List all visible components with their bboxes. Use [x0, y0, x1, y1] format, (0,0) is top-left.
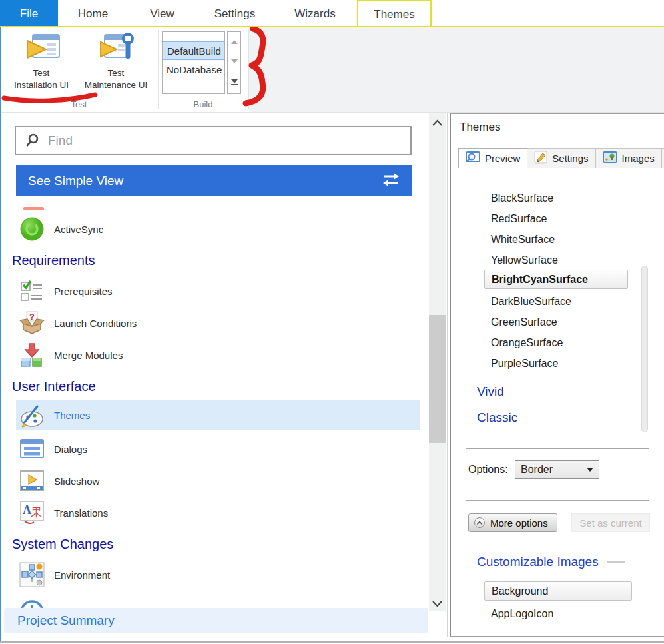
tab-settings[interactable]: Settings — [196, 0, 273, 27]
tab-themes[interactable]: Themes — [357, 0, 432, 27]
options-label: Options: — [468, 460, 508, 479]
theme-option-orangesurface[interactable]: OrangeSurface — [491, 333, 563, 353]
tree-item-environment[interactable]: Environment — [1, 559, 420, 591]
project-tree-panel: See Simple View ActiveSync — [1, 113, 428, 639]
tree-item-label: Translations — [54, 507, 108, 519]
window-bottom-edge — [0, 641, 664, 643]
pencil-icon — [534, 151, 547, 166]
options-dropdown-value: Border — [521, 464, 553, 476]
search-icon — [24, 132, 41, 149]
title-divider — [451, 141, 664, 141]
customizable-images-title: Customizable Images — [477, 555, 599, 569]
tab-label: Preview — [485, 153, 520, 164]
theme-option-redsurface[interactable]: RedSurface — [491, 209, 547, 229]
chevron-up-icon — [474, 517, 485, 528]
tab-label: Images — [622, 153, 655, 164]
theme-option-greensurface[interactable]: GreenSurface — [491, 312, 557, 332]
theme-option-blacksurface[interactable]: BlackSurface — [491, 188, 553, 208]
find-input[interactable] — [48, 133, 410, 148]
banner-label: See Simple View — [28, 174, 123, 188]
button-label-line1: Test — [108, 67, 125, 79]
customizable-image-applogoicon[interactable]: AppLogoIcon — [491, 607, 553, 621]
theme-option-darkbluesurface[interactable]: DarkBlueSurface — [491, 292, 571, 312]
tree-item-label: ActiveSync — [54, 224, 103, 235]
left-blue-border — [0, 27, 1, 641]
scroll-up-icon[interactable] — [432, 117, 443, 129]
options-dropdown[interactable]: Border — [515, 460, 599, 479]
test-maintenance-ui-button[interactable]: Test Maintenance UI — [77, 33, 155, 91]
tree-item-launch-conditions[interactable]: ? Launch Conditions — [1, 307, 420, 339]
set-as-current-button[interactable]: Set as current — [571, 513, 650, 532]
preview-icon — [466, 151, 480, 165]
spin-down-icon[interactable] — [231, 59, 238, 63]
dialogs-icon — [19, 435, 45, 463]
tab-label: Settings — [552, 153, 588, 164]
ribbon-tab-bar: File Home View Settings Wizards Themes — [0, 0, 664, 27]
prerequisites-icon — [19, 277, 45, 305]
theme-option-brightcyansurface[interactable]: BrightCyanSurface — [484, 270, 628, 289]
header-dash — [607, 561, 625, 563]
build-item-nodatabase[interactable]: NoDatabase — [163, 60, 224, 79]
customizable-images-header: Customizable Images — [477, 553, 625, 571]
tab-preview[interactable]: Preview — [458, 148, 527, 168]
see-simple-view-banner[interactable]: See Simple View — [16, 165, 412, 196]
theme-group-classic[interactable]: Classic — [477, 408, 517, 428]
svg-text:果: 果 — [31, 506, 42, 519]
image-icon — [603, 151, 617, 165]
test-installation-ui-icon — [22, 33, 61, 67]
tree-item-translations[interactable]: A 果 Translations — [1, 497, 420, 529]
tree-header-system-changes: System Changes — [12, 534, 113, 554]
application-window: File Home View Settings Wizards Themes T — [0, 0, 664, 644]
tab-view[interactable]: View — [128, 0, 196, 27]
slideshow-icon — [19, 467, 45, 495]
tree-scrollbar-thumb[interactable] — [429, 315, 446, 443]
more-options-button[interactable]: More options — [468, 513, 557, 532]
themes-tab-bar: Preview Settings — [458, 148, 664, 168]
svg-text:?: ? — [29, 312, 35, 322]
tree-item-dialogs[interactable]: Dialogs — [1, 433, 420, 465]
find-box[interactable] — [15, 126, 412, 155]
tree-scrollbar[interactable] — [429, 113, 446, 611]
tree-item-slideshow[interactable]: Slideshow — [1, 465, 420, 497]
test-group-label: Test — [0, 99, 158, 109]
environment-icon — [19, 561, 45, 589]
tab-home[interactable]: Home — [58, 0, 128, 27]
tree-item-label: Prerequisites — [54, 286, 113, 297]
panel-title: Themes — [460, 121, 500, 134]
tab-images[interactable]: Images — [596, 148, 662, 168]
theme-group-vivid[interactable]: Vivid — [477, 382, 504, 402]
project-summary-label: Project Summary — [17, 613, 115, 628]
button-label-line1: Test — [33, 67, 50, 79]
theme-option-purplesurface[interactable]: PurpleSurface — [491, 354, 558, 374]
tree-item-themes[interactable]: Themes — [16, 400, 420, 430]
theme-option-yellowsurface[interactable]: YellowSurface — [491, 250, 558, 270]
tab-wizards[interactable]: Wizards — [273, 0, 357, 27]
spin-last-icon[interactable] — [231, 79, 238, 85]
build-item-defaultbuild[interactable]: DefaultBuild — [163, 41, 224, 60]
scroll-down-icon[interactable] — [432, 598, 443, 610]
tree-item-prerequisites[interactable]: Prerequisites — [1, 275, 420, 307]
project-summary-bar[interactable]: Project Summary — [4, 608, 428, 633]
test-installation-ui-button[interactable]: Test Installation UI — [3, 33, 80, 91]
theme-option-whitesurface[interactable]: WhiteSurface — [491, 230, 555, 250]
section-divider — [466, 500, 649, 501]
tree-item-merge-modules[interactable]: Merge Modules — [1, 339, 420, 371]
switch-view-icon — [381, 172, 401, 190]
build-list-spinner[interactable] — [227, 31, 241, 94]
theme-list-scrollbar-thumb[interactable] — [641, 266, 648, 432]
build-configuration-list[interactable]: DefaultBuild NoDatabase — [162, 31, 225, 94]
tree-item-label: Slideshow — [54, 476, 99, 487]
tree-item-activesync[interactable]: ActiveSync — [1, 213, 420, 245]
group-separator — [158, 30, 159, 109]
dropdown-arrow-icon — [587, 468, 593, 472]
ribbon-empty-area — [249, 27, 664, 112]
tree-header-user-interface: User Interface — [12, 376, 96, 396]
customizable-image-background[interactable]: Background — [484, 581, 632, 601]
spin-up-icon[interactable] — [231, 40, 238, 44]
tree-item-label: Themes — [54, 410, 90, 421]
build-group-label: Build — [158, 99, 248, 109]
tab-settings-theme[interactable]: Settings — [527, 148, 595, 168]
tree-header-requirements: Requirements — [12, 250, 95, 270]
tab-file[interactable]: File — [0, 0, 58, 27]
test-maintenance-ui-icon — [97, 33, 135, 67]
